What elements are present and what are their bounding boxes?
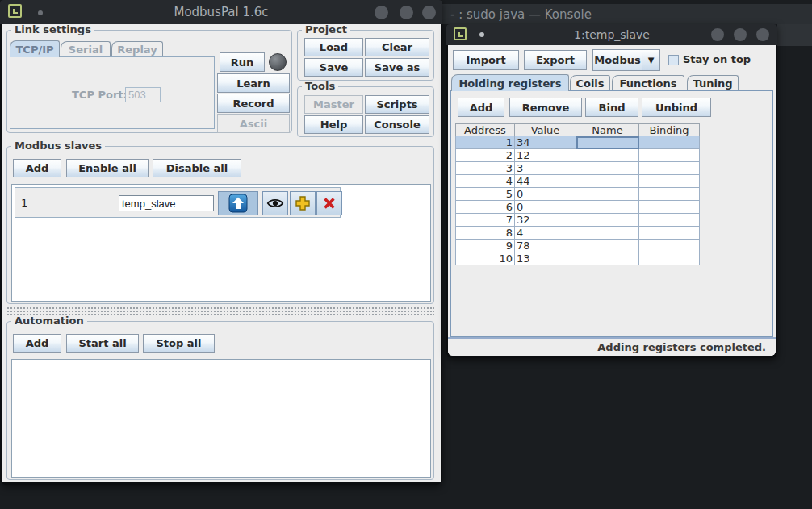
register-cell-value[interactable]: 32: [515, 214, 576, 227]
register-cell-name[interactable]: [576, 252, 639, 265]
register-row[interactable]: 60: [455, 201, 700, 214]
register-cell-address[interactable]: 1: [455, 136, 515, 149]
register-cell-name[interactable]: [576, 162, 639, 175]
tcp-port-input[interactable]: [125, 87, 161, 102]
register-cell-name[interactable]: [576, 175, 639, 188]
learn-button[interactable]: Learn: [217, 73, 290, 93]
register-cell-binding[interactable]: [639, 149, 700, 162]
register-cell-address[interactable]: 4: [455, 175, 515, 188]
register-row[interactable]: 978: [455, 240, 700, 252]
stay-on-top-checkbox[interactable]: [668, 55, 679, 65]
scripts-button[interactable]: Scripts: [365, 95, 429, 114]
console-button[interactable]: Console: [365, 115, 429, 134]
registers-table-header[interactable]: AddressValueNameBinding: [455, 123, 700, 136]
clear-button[interactable]: Clear: [365, 38, 429, 56]
slave-enable-toggle-button[interactable]: [218, 191, 258, 215]
register-row[interactable]: 212: [455, 149, 700, 162]
register-row[interactable]: 50: [455, 188, 700, 201]
record-button[interactable]: Record: [217, 94, 290, 113]
register-cell-value[interactable]: 13: [515, 252, 576, 265]
slave-window-titlebar[interactable]: 1:temp_slave: [446, 24, 777, 45]
register-row[interactable]: 1013: [455, 252, 700, 265]
register-row[interactable]: 33: [455, 162, 700, 175]
load-button[interactable]: Load: [304, 38, 363, 56]
register-cell-name[interactable]: [576, 227, 639, 240]
register-cell-value[interactable]: 0: [515, 188, 576, 201]
help-button[interactable]: Help: [304, 115, 363, 134]
register-add-button[interactable]: Add: [458, 98, 504, 117]
slave-delete-button[interactable]: [316, 191, 342, 215]
register-cell-binding[interactable]: [639, 136, 700, 149]
register-cell-address[interactable]: 3: [455, 162, 515, 175]
register-cell-name[interactable]: [576, 240, 639, 252]
register-cell-binding[interactable]: [639, 240, 700, 252]
combobox-arrow-icon[interactable]: ▼: [642, 49, 660, 71]
register-cell-binding[interactable]: [639, 188, 700, 201]
register-cell-address[interactable]: 6: [455, 201, 515, 214]
register-cell-binding[interactable]: [639, 175, 700, 188]
enable-all-button[interactable]: Enable all: [66, 159, 149, 177]
maximize-button[interactable]: [734, 28, 747, 41]
register-cell-value[interactable]: 12: [515, 149, 576, 162]
register-cell-name[interactable]: [576, 201, 639, 214]
register-cell-address[interactable]: 5: [455, 188, 515, 201]
minimize-button[interactable]: [375, 6, 388, 19]
register-bind-button[interactable]: Bind: [585, 98, 638, 117]
save-as-button[interactable]: Save as: [365, 58, 429, 77]
register-cell-binding[interactable]: [639, 162, 700, 175]
register-cell-binding[interactable]: [639, 252, 700, 265]
start-all-button[interactable]: Start all: [66, 334, 139, 353]
tab-replay[interactable]: Replay: [111, 41, 163, 57]
stop-all-button[interactable]: Stop all: [143, 334, 215, 353]
tab-holding-registers[interactable]: Holding registers: [451, 74, 569, 91]
register-row[interactable]: 84: [455, 227, 700, 240]
column-header-address[interactable]: Address: [455, 123, 515, 136]
register-cell-name[interactable]: [576, 136, 639, 149]
register-row[interactable]: 732: [455, 214, 700, 227]
tab-serial[interactable]: Serial: [61, 41, 111, 57]
register-cell-value[interactable]: 44: [515, 175, 576, 188]
close-button[interactable]: [422, 6, 436, 19]
register-cell-binding[interactable]: [639, 227, 700, 240]
slave-duplicate-button[interactable]: [290, 191, 316, 215]
register-cell-binding[interactable]: [639, 214, 700, 227]
tab-coils[interactable]: Coils: [570, 75, 610, 91]
slave-view-button[interactable]: [262, 191, 288, 215]
register-cell-address[interactable]: 9: [455, 240, 515, 252]
register-cell-value[interactable]: 0: [515, 201, 576, 214]
modbuspal-titlebar[interactable]: ModbusPal 1.6c: [0, 0, 442, 24]
register-cell-value[interactable]: 34: [515, 136, 576, 149]
save-button[interactable]: Save: [304, 58, 363, 77]
binding-type-combobox[interactable]: Modbus: [592, 49, 642, 71]
tab-functions[interactable]: Functions: [612, 75, 684, 91]
slave-add-button[interactable]: Add: [13, 159, 61, 177]
slave-name-input[interactable]: [119, 195, 214, 211]
column-header-name[interactable]: Name: [576, 123, 639, 136]
register-remove-button[interactable]: Remove: [509, 98, 582, 117]
register-cell-name[interactable]: [576, 188, 639, 201]
register-cell-binding[interactable]: [639, 201, 700, 214]
tab-tcpip[interactable]: TCP/IP: [10, 40, 60, 57]
register-unbind-button[interactable]: Unbind: [642, 98, 711, 117]
close-button[interactable]: [756, 28, 769, 41]
register-row[interactable]: 444: [455, 175, 700, 188]
export-button[interactable]: Export: [524, 50, 587, 70]
tab-tuning[interactable]: Tuning: [687, 75, 739, 91]
register-cell-address[interactable]: 2: [455, 149, 515, 162]
register-cell-name[interactable]: [576, 149, 639, 162]
register-cell-value[interactable]: 4: [515, 227, 576, 240]
slave-row[interactable]: 1: [15, 187, 341, 218]
register-row[interactable]: 134: [455, 136, 700, 149]
register-cell-value[interactable]: 3: [515, 162, 576, 175]
register-cell-value[interactable]: 78: [515, 240, 576, 252]
column-header-binding[interactable]: Binding: [639, 123, 700, 136]
register-cell-address[interactable]: 8: [455, 227, 515, 240]
register-cell-address[interactable]: 10: [455, 252, 515, 265]
automation-add-button[interactable]: Add: [13, 334, 61, 353]
import-button[interactable]: Import: [453, 50, 519, 70]
run-button[interactable]: Run: [220, 52, 265, 72]
column-header-value[interactable]: Value: [515, 123, 576, 136]
maximize-button[interactable]: [400, 6, 413, 19]
register-cell-address[interactable]: 7: [455, 214, 515, 227]
minimize-button[interactable]: [711, 28, 724, 41]
